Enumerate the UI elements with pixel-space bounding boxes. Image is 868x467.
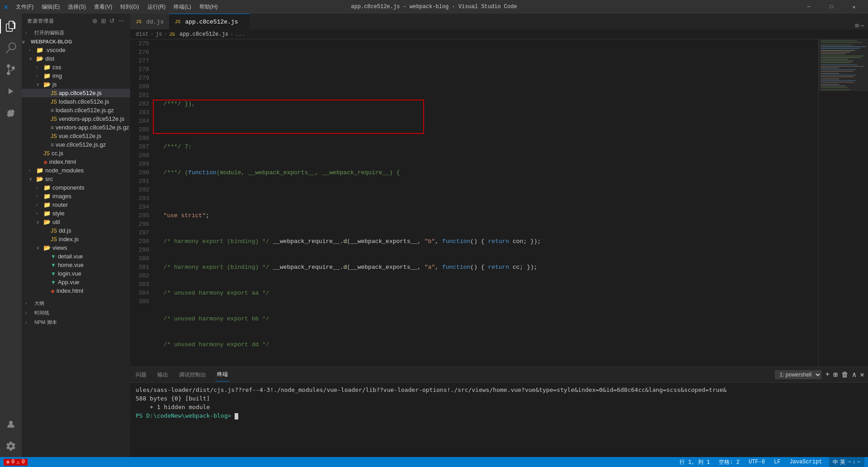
activity-settings[interactable] [0,435,22,457]
activity-extensions[interactable] [0,102,22,124]
tree-item-views[interactable]: ∨ 📂 views [22,243,130,252]
maximize-panel-icon[interactable]: ∧ [852,370,857,379]
npm-section[interactable]: › NPM 脚本 [22,318,130,327]
split-editor-icon[interactable]: ⊞ [855,22,859,29]
tree-item-cc-js[interactable]: JS cc.js [22,149,130,157]
terminal-dropdown[interactable]: 1: powershell [775,370,821,379]
new-file-icon[interactable]: ⊕ [92,17,98,24]
tab-terminal[interactable]: 终端 [215,368,230,381]
menu-goto[interactable]: 转到(G) [117,2,142,12]
tree-item-img[interactable]: › 📁 img [22,71,130,80]
panel-area: 问题 输出 调试控制台 终端 1: powershell + ⊞ 🗑 ∧ ✕ u… [130,367,868,457]
ime-en[interactable]: 英 [840,458,845,466]
breadcrumb-dist[interactable]: dist [136,31,149,38]
tree-item-src[interactable]: ∨ 📂 src [22,175,130,183]
close-panel-icon[interactable]: ✕ [860,370,864,379]
breadcrumb-file[interactable]: JS app.c8ce512e.js [169,31,228,38]
js-file-icon: JS [51,90,57,96]
tree-item-vue-gz[interactable]: ≡ vue.c8ce512e.js.gz [22,140,130,149]
tree-item-dd-js[interactable]: JS dd.js [22,226,130,235]
ime-zh[interactable]: 中 [833,458,838,466]
file-label: lodash.c8ce512e.js.gz [56,107,114,114]
chevron-right-icon: › [25,301,33,306]
menu-run[interactable]: 运行(R) [144,2,170,12]
status-line-col[interactable]: 行 1, 列 1 [678,458,712,466]
tree-item-app-js[interactable]: JS app.c8ce512e.js [22,89,130,97]
code-content[interactable]: /***/ }), /***/ 7: /***/ (function(modul… [153,39,818,367]
tree-item-images[interactable]: › 📁 images [22,192,130,200]
folder-icon: 📁 [43,210,51,217]
tree-item-router[interactable]: › 📁 router [22,200,130,209]
kill-terminal-icon[interactable]: 🗑 [841,371,849,379]
code-editor[interactable]: 275 276 277 278 279 280 281 282 283 284 … [130,39,868,367]
tree-item-css[interactable]: › 📁 css [22,63,130,71]
tree-item-components[interactable]: › 📁 components [22,183,130,192]
menu-view[interactable]: 查看(V) [90,2,116,12]
tab-output[interactable]: 输出 [156,368,170,381]
chevron-down-icon: ∨ [22,39,29,44]
more-actions-icon[interactable]: ⋯ [861,22,864,29]
tree-item-index-js[interactable]: JS index.js [22,235,130,243]
tree-item-vendors-js[interactable]: JS vendors-app.c8ce512e.js [22,114,130,123]
tree-item-lodash-gz[interactable]: ≡ lodash.c8ce512e.js.gz [22,106,130,114]
folder-open-icon: 📂 [43,244,51,251]
split-terminal-icon[interactable]: ⊞ [833,370,838,379]
status-errors[interactable]: ⊗ 0 ⚠ 0 [4,459,28,466]
tab-problems[interactable]: 问题 [134,368,148,381]
menu-terminal[interactable]: 终端(L) [170,2,195,12]
ime-status: 中 英 → ↓ ← [829,457,864,467]
tree-item-index-html[interactable]: ◈ index.html [22,157,130,166]
maximize-button[interactable]: □ [821,0,842,14]
activity-scm[interactable] [0,59,22,81]
status-spaces[interactable]: 空格: 2 [717,458,741,466]
status-eol[interactable]: LF [772,459,782,465]
open-editors-section[interactable]: › 打开的编辑器 [22,28,130,38]
project-section[interactable]: ∨ WEBPACK-BLOG [22,38,130,46]
terminal-content[interactable]: ules/sass-loader/dist/cjs.js??ref--4-3!.… [130,383,868,457]
menu-select[interactable]: 选择(S) [64,2,90,12]
activity-explorer[interactable] [0,15,22,37]
activity-run[interactable] [0,81,22,102]
add-terminal-icon[interactable]: + [825,371,830,379]
file-label: index.html [49,158,76,165]
file-label: detail.vue [58,253,83,260]
code-line-278: /***/ 7: [156,143,818,151]
tab-debug-console[interactable]: 调试控制台 [177,368,208,381]
menu-help[interactable]: 帮助(H) [196,2,222,12]
tree-item-login-vue[interactable]: ▼ login.vue [22,269,130,278]
folder-open-icon: 📂 [36,176,43,182]
refresh-icon[interactable]: ↺ [109,17,115,24]
status-language[interactable]: JavaScript [788,459,824,465]
outline-section[interactable]: › 大纲 [22,299,130,308]
tree-item-js-folder[interactable]: ∨ 📂 js [22,80,130,89]
tree-item-src-index-html[interactable]: ◈ index.html [22,286,130,295]
tree-item-vscode[interactable]: › 📁 .vscode [22,46,130,54]
tree-item-home-vue[interactable]: ▼ home.vue [22,261,130,269]
tree-item-style[interactable]: › 📁 style [22,209,130,218]
file-label: vendors-app.c8ce512e.js [59,115,124,122]
tree-item-util[interactable]: ∨ 📂 util [22,218,130,226]
code-line-287: var con = function con() { [156,366,818,367]
activity-search[interactable] [0,37,22,59]
tree-item-lodash-js[interactable]: JS lodash.c8ce512e.js [22,97,130,106]
svg-rect-29 [819,39,868,91]
tree-item-vue-js[interactable]: JS vue.c8ce512e.js [22,132,130,140]
menu-edit[interactable]: 编辑(E) [38,2,63,12]
tab-dd-js[interactable]: JS dd.js [130,14,169,29]
activity-account[interactable] [0,414,22,435]
tab-app-js[interactable]: JS app.c8ce512e.js ✕ [169,14,249,29]
new-folder-icon[interactable]: ⊞ [101,17,107,24]
timeline-section[interactable]: › 时间线 [22,308,130,318]
menu-file[interactable]: 文件(F) [12,2,37,12]
tree-item-node-modules[interactable]: › 📁 node_modules [22,166,130,175]
folder-icon: 📁 [43,72,51,79]
tree-item-detail-vue[interactable]: ▼ detail.vue [22,252,130,261]
close-button[interactable]: ✕ [844,0,864,14]
tree-item-vendors-gz[interactable]: ≡ vendors-app.c8ce512e.js.gz [22,123,130,132]
breadcrumb-js[interactable]: js [156,31,162,38]
tree-item-app-vue[interactable]: ▼ App.vue [22,278,130,286]
tree-item-dist[interactable]: ∨ 📂 dist [22,54,130,63]
minimize-button[interactable]: ─ [798,0,819,14]
collapse-icon[interactable]: ⋯ [118,17,125,24]
status-encoding[interactable]: UTF-8 [747,459,767,465]
